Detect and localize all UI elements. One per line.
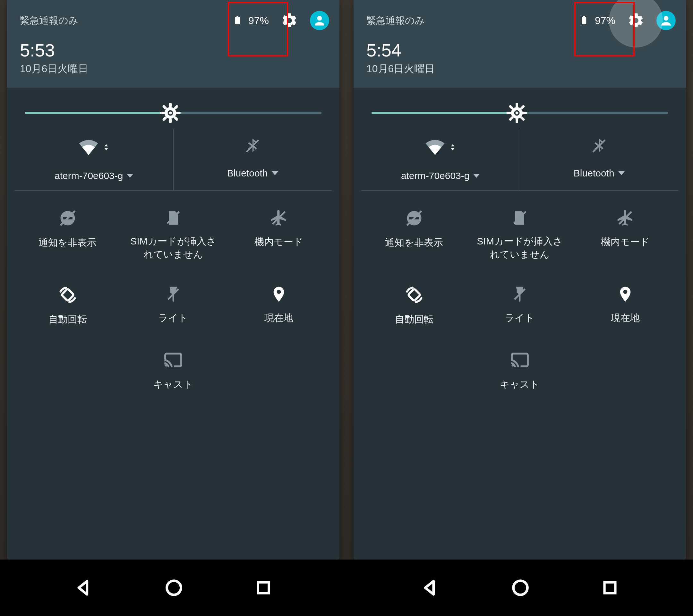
clock-time[interactable]: 5:53: [20, 40, 329, 61]
dnd-tile[interactable]: 通知を非表示: [361, 208, 467, 261]
airplane-icon: [616, 208, 635, 227]
flashlight-label: ライト: [158, 312, 188, 325]
location-tile[interactable]: 現在地: [226, 285, 332, 326]
sim-label: SIMカードが挿入さ れていません: [477, 235, 562, 261]
battery-indicator: 97%: [233, 15, 269, 27]
flashlight-label: ライト: [505, 312, 535, 325]
bluetooth-icon: [243, 137, 261, 155]
chevron-down-icon: [618, 171, 625, 175]
cast-tile[interactable]: キャスト: [467, 350, 572, 391]
nav-recent-button[interactable]: [254, 578, 273, 597]
updown-icon: [103, 142, 110, 153]
nav-back-button[interactable]: [420, 578, 440, 598]
nav-home-button[interactable]: [164, 578, 184, 598]
dnd-label: 通知を非表示: [385, 236, 443, 249]
airplane-label: 機内モード: [601, 236, 650, 249]
rotate-icon: [404, 285, 424, 304]
settings-button[interactable]: [620, 5, 651, 36]
wifi-expand[interactable]: aterm-70e603-g: [401, 166, 480, 181]
wifi-label: aterm-70e603-g: [401, 171, 469, 181]
bluetooth-tile[interactable]: Bluetooth: [520, 129, 678, 191]
location-icon: [616, 285, 634, 303]
chevron-down-icon: [272, 171, 278, 175]
screen-0: 緊急通報のみ 97%: [0, 0, 346, 616]
clock-date[interactable]: 10月6日火曜日: [20, 62, 329, 76]
dnd-icon: [404, 208, 424, 228]
clock-date[interactable]: 10月6日火曜日: [367, 62, 676, 76]
sim-tile[interactable]: SIMカードが挿入さ れていません: [120, 208, 226, 261]
wifi-tile[interactable]: aterm-70e603-g: [15, 129, 174, 191]
dnd-label: 通知を非表示: [39, 236, 97, 249]
sim-tile[interactable]: SIMカードが挿入さ れていません: [467, 208, 572, 261]
brightness-icon: [507, 103, 527, 123]
airplane-tile[interactable]: 機内モード: [226, 208, 332, 261]
network-status-text: 緊急通報のみ: [20, 14, 78, 27]
settings-button[interactable]: [274, 5, 305, 36]
brightness-icon: [160, 103, 181, 123]
bluetooth-label: Bluetooth: [574, 168, 614, 179]
rotate-tile[interactable]: 自動回転: [15, 285, 120, 326]
qs-header: 緊急通報のみ 97%: [354, 0, 686, 87]
flashlight-icon: [511, 285, 529, 303]
wifi-icon: [78, 137, 99, 158]
bluetooth-tile[interactable]: Bluetooth: [174, 129, 332, 191]
location-label: 現在地: [611, 312, 640, 325]
user-avatar-button[interactable]: [310, 11, 329, 30]
battery-percent-text: 97%: [248, 15, 269, 27]
sim-label: SIMカードが挿入さ れていません: [130, 235, 216, 261]
wifi-icon: [425, 137, 445, 158]
nav-back-button[interactable]: [74, 578, 94, 598]
airplane-icon: [270, 208, 288, 227]
bluetooth-expand[interactable]: Bluetooth: [227, 163, 278, 179]
rotate-label: 自動回転: [48, 313, 87, 326]
quick-settings-panel: 緊急通報のみ 97%: [354, 0, 686, 559]
rotate-tile[interactable]: 自動回転: [361, 285, 467, 326]
cast-label: キャスト: [500, 378, 540, 391]
brightness-slider[interactable]: [7, 87, 339, 129]
wifi-tile[interactable]: aterm-70e603-g: [361, 129, 520, 191]
wifi-expand[interactable]: aterm-70e603-g: [55, 166, 133, 181]
brightness-slider[interactable]: [354, 87, 686, 129]
cast-icon: [510, 350, 529, 370]
no-sim-icon: [511, 208, 529, 226]
screen-1: 緊急通報のみ 97%: [346, 0, 693, 616]
cast-label: キャスト: [153, 378, 193, 391]
rotate-icon: [58, 285, 77, 304]
airplane-tile[interactable]: 機内モード: [573, 208, 678, 261]
airplane-label: 機内モード: [254, 236, 303, 249]
rotate-label: 自動回転: [395, 313, 433, 326]
network-status-text: 緊急通報のみ: [367, 14, 425, 27]
dnd-tile[interactable]: 通知を非表示: [15, 208, 120, 261]
chevron-down-icon: [473, 174, 480, 178]
no-sim-icon: [164, 208, 182, 226]
nav-home-button[interactable]: [511, 578, 530, 598]
cast-icon: [164, 350, 183, 370]
person-icon: [313, 14, 326, 27]
flashlight-icon: [164, 285, 182, 303]
nav-recent-button[interactable]: [600, 578, 619, 597]
location-icon: [270, 285, 288, 303]
location-label: 現在地: [264, 312, 293, 325]
qs-header: 緊急通報のみ 97%: [7, 0, 339, 87]
bluetooth-icon: [590, 137, 608, 155]
bluetooth-label: Bluetooth: [227, 168, 268, 179]
updown-icon: [449, 142, 456, 153]
flashlight-tile[interactable]: ライト: [120, 285, 226, 326]
flashlight-tile[interactable]: ライト: [467, 285, 572, 326]
chevron-down-icon: [127, 174, 133, 178]
location-tile[interactable]: 現在地: [573, 285, 678, 326]
dnd-icon: [58, 208, 77, 228]
cast-tile[interactable]: キャスト: [120, 350, 226, 391]
quick-settings-panel: 緊急通報のみ 97%: [7, 0, 339, 559]
navigation-bar: [346, 559, 693, 616]
gear-icon: [281, 12, 298, 29]
wifi-label: aterm-70e603-g: [55, 171, 123, 181]
bluetooth-expand[interactable]: Bluetooth: [574, 163, 625, 179]
navigation-bar: [0, 559, 346, 616]
